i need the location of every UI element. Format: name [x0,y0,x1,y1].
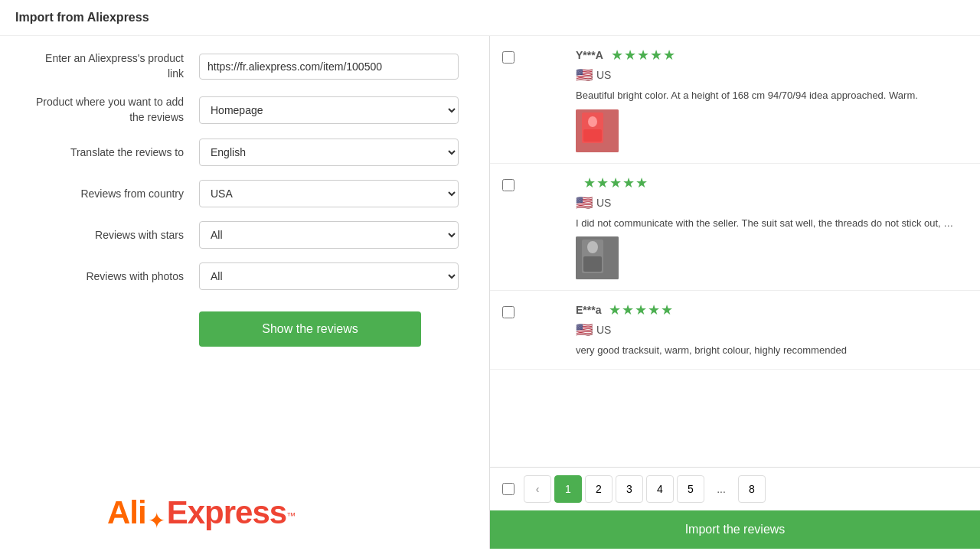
logo-ali-text: Ali [107,494,146,530]
pagination-prev-button[interactable]: ‹ [524,475,551,503]
review-flag: 🇺🇸 [576,194,593,211]
review-country-name: US [596,197,611,209]
review-flag: 🇺🇸 [576,67,593,83]
review-text: I did not communicate with the seller. T… [576,216,959,231]
review-header: ★★★★★ [576,174,968,191]
pagination-page-4-button[interactable]: 4 [646,475,674,503]
review-country-name: US [596,69,611,81]
review-stars: ★★★★★ [611,47,676,64]
product-link-input[interactable] [199,54,459,80]
pagination-page-8-button[interactable]: 8 [738,475,766,503]
review-image [576,236,619,279]
pagination-page-5-button[interactable]: 5 [677,475,704,503]
review-content: E***a ★★★★★ 🇺🇸 US very good tracksuit, w… [576,302,968,358]
stars-label: Reviews with stars [31,228,199,243]
review-checkbox[interactable] [502,179,514,191]
pagination-bar: ‹ 1 2 3 4 5 ... 8 [490,467,980,510]
product-where-row: Product where you want to add the review… [31,95,459,125]
reviews-list: Y***A ★★★★★ 🇺🇸 US Beautiful bright color… [490,36,980,467]
svg-rect-7 [583,256,602,272]
review-stars: ★★★★★ [583,174,648,191]
stars-select[interactable]: All 5 4 3 2 1 [199,221,459,249]
review-item: ★★★★★ 🇺🇸 US I did not communicate with t… [490,164,980,292]
country-label: Reviews from country [31,187,199,202]
review-checkbox[interactable] [502,51,514,64]
stars-row: Reviews with stars All 5 4 3 2 1 [31,221,459,249]
pagination-page-3-button[interactable]: 3 [616,475,643,503]
photos-select[interactable]: All Yes No [199,262,459,290]
logo-star-icon: ✦ [148,509,165,533]
right-panel: Y***A ★★★★★ 🇺🇸 US Beautiful bright color… [490,36,980,549]
logo-tm-text: ™ [286,511,296,522]
photos-label: Reviews with photos [31,269,199,285]
review-item: Y***A ★★★★★ 🇺🇸 US Beautiful bright color… [490,36,980,164]
product-where-label: Product where you want to add the review… [31,95,199,125]
review-country: 🇺🇸 US [576,67,968,83]
product-where-select[interactable]: Homepage Product 1 Product 2 [199,96,459,124]
left-panel: Enter an Aliexpress's product link Produ… [0,36,490,549]
review-stars: ★★★★★ [609,302,674,318]
review-username: Y***A [576,49,603,61]
review-item: E***a ★★★★★ 🇺🇸 US very good tracksuit, w… [490,291,980,370]
review-content: ★★★★★ 🇺🇸 US I did not communicate with t… [576,174,968,280]
pagination-page-2-button[interactable]: 2 [585,475,612,503]
review-text: very good tracksuit, warm, bright colour… [576,343,959,358]
country-row: Reviews from country USA UK France Germa… [31,180,459,207]
aliexpress-logo: Ali✦Express™ [31,471,459,533]
svg-rect-3 [583,129,602,142]
review-username: E***a [576,304,601,316]
review-header: Y***A ★★★★★ [576,47,968,64]
svg-point-2 [588,116,597,127]
pagination-ellipsis: ... [707,475,735,503]
review-text: Beautiful bright color. At a height of 1… [576,88,959,103]
review-image [576,109,619,152]
page-title: Import from Aliexpress [0,0,980,36]
pagination-select-all-checkbox[interactable] [502,483,514,495]
pagination-page-1-button[interactable]: 1 [554,475,582,503]
logo-express-text: Express [167,494,286,530]
translate-row: Translate the reviews to English French … [31,139,459,166]
review-country: 🇺🇸 US [576,321,968,338]
translate-label: Translate the reviews to [31,145,199,161]
review-flag: 🇺🇸 [576,321,593,338]
product-link-label: Enter an Aliexpress's product link [31,51,199,81]
review-content: Y***A ★★★★★ 🇺🇸 US Beautiful bright color… [576,47,968,152]
import-reviews-button[interactable]: Import the reviews [490,510,980,549]
translate-select[interactable]: English French Spanish German [199,139,459,166]
svg-point-6 [587,241,598,253]
product-link-row: Enter an Aliexpress's product link [31,51,459,81]
review-checkbox[interactable] [502,306,514,318]
photos-row: Reviews with photos All Yes No [31,262,459,290]
review-country: 🇺🇸 US [576,194,968,211]
review-header: E***a ★★★★★ [576,302,968,318]
show-reviews-button[interactable]: Show the reviews [199,311,421,347]
review-country-name: US [596,324,611,336]
country-select[interactable]: USA UK France Germany All [199,180,459,207]
